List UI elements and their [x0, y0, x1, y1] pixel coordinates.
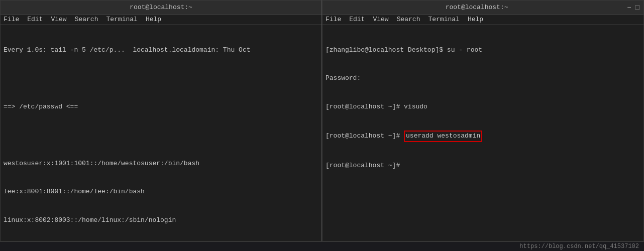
minimize-button[interactable]: − [627, 4, 631, 12]
right-menu-bar[interactable]: File Edit View Search Terminal Help [323, 15, 643, 25]
bottom-bar: https://blog.csdn.net/qq_41537102 [0, 241, 644, 251]
terminal-wrapper: root@localhost:~ File Edit View Search T… [0, 0, 644, 241]
menu-terminal-right[interactable]: Terminal [428, 16, 459, 23]
menu-edit-left[interactable]: Edit [27, 16, 43, 23]
right-line-2: [root@localhost ~]# visudo [326, 102, 640, 112]
menu-help-left[interactable]: Help [146, 16, 161, 23]
left-line-3 [4, 131, 318, 140]
left-line-4: westosuser:x:1001:1001::/home/westosuser… [4, 159, 318, 169]
left-menu-bar[interactable]: File Edit View Search Terminal Help [1, 15, 321, 25]
menu-search-left[interactable]: Search [75, 16, 98, 23]
menu-view-right[interactable]: View [373, 16, 388, 23]
url-text: https://blog.csdn.net/qq_41537102 [519, 243, 639, 250]
right-title-bar: root@localhost:~ − □ [323, 1, 643, 15]
menu-search-right[interactable]: Search [397, 16, 420, 23]
right-title-text: root@localhost:~ [327, 4, 627, 11]
left-title-bar: root@localhost:~ [1, 1, 321, 15]
left-line-0: Every 1.0s: tail -n 5 /etc/p... localhos… [4, 46, 318, 55]
left-line-1 [4, 74, 318, 83]
right-highlighted-line: useradd westosadmin [404, 131, 482, 142]
right-line-3: [root@localhost ~]# useradd westosadmin [326, 131, 640, 142]
left-line-6: linux:x:8002:8003::/home/linux:/sbin/nol… [4, 216, 318, 225]
right-line-4: [root@localhost ~]# [326, 161, 640, 171]
left-title-text: root@localhost:~ [5, 4, 317, 11]
maximize-button[interactable]: □ [635, 4, 639, 12]
right-line-0: [zhanglibo@localhost Desktop]$ su - root [326, 46, 640, 55]
menu-edit-right[interactable]: Edit [349, 16, 365, 23]
left-line-2: ==> /etc/passwd <== [4, 102, 318, 112]
window-controls[interactable]: − □ [627, 4, 639, 12]
right-line-1: Password: [326, 74, 640, 83]
menu-terminal-left[interactable]: Terminal [106, 16, 137, 23]
menu-file-left[interactable]: File [4, 16, 19, 23]
left-terminal-pane: root@localhost:~ File Edit View Search T… [0, 0, 322, 241]
menu-view-left[interactable]: View [51, 16, 66, 23]
menu-file-right[interactable]: File [326, 16, 341, 23]
left-line-5: lee:x:8001:8001::/home/lee:/bin/bash [4, 187, 318, 197]
menu-help-right[interactable]: Help [468, 16, 483, 23]
right-terminal-content: [zhanglibo@localhost Desktop]$ su - root… [323, 25, 643, 241]
left-terminal-content: Every 1.0s: tail -n 5 /etc/p... localhos… [1, 25, 321, 241]
right-terminal-pane: root@localhost:~ − □ File Edit View Sear… [322, 0, 644, 241]
